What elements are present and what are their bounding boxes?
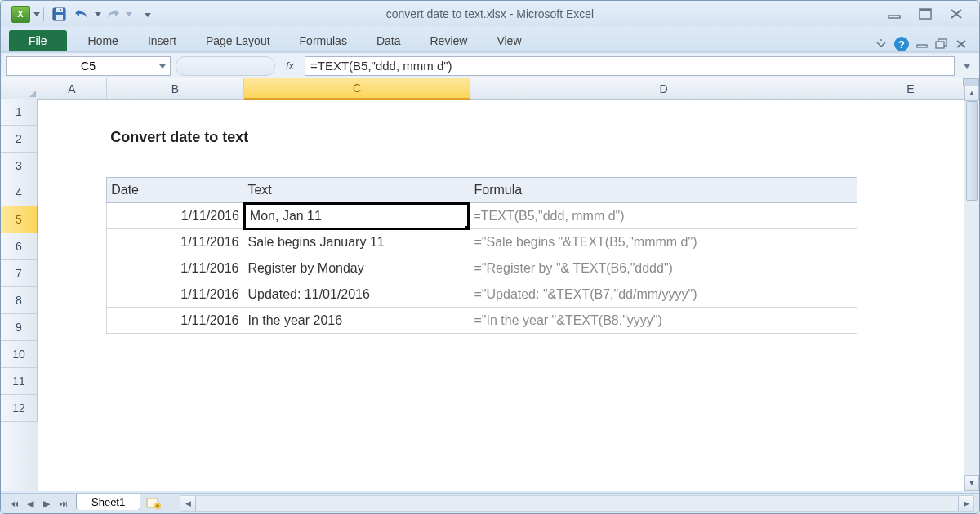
- formulas-tab[interactable]: Formulas: [285, 30, 362, 51]
- cell-D11[interactable]: [470, 360, 858, 386]
- cell-E4[interactable]: [858, 177, 964, 203]
- cell-B1[interactable]: [106, 99, 243, 125]
- cell-C11[interactable]: [243, 360, 470, 386]
- scroll-left-button[interactable]: ◀: [180, 496, 196, 511]
- cell-C8[interactable]: Updated: 11/01/2016: [243, 281, 470, 308]
- new-sheet-icon[interactable]: [145, 497, 163, 510]
- row-header-10[interactable]: 10: [1, 341, 38, 368]
- row-header-12[interactable]: 12: [1, 395, 38, 422]
- row-header-11[interactable]: 11: [1, 368, 38, 395]
- cell-E9[interactable]: [858, 308, 964, 334]
- cell-D6[interactable]: ="Sale begins "&TEXT(B5,"mmmm d"): [470, 229, 858, 255]
- col-header-B[interactable]: B: [107, 78, 244, 99]
- cell-E8[interactable]: [858, 281, 964, 308]
- data-tab[interactable]: Data: [362, 30, 416, 51]
- col-header-C[interactable]: C: [244, 78, 470, 100]
- vertical-scrollbar[interactable]: ▲ ▼: [964, 78, 979, 491]
- cell-B10[interactable]: [106, 334, 243, 360]
- row-header-3[interactable]: 3: [1, 153, 38, 179]
- select-all-corner[interactable]: [1, 78, 38, 100]
- workbook-close-button[interactable]: [955, 38, 968, 51]
- cell-B6[interactable]: 1/11/2016: [106, 229, 243, 255]
- cell-B11[interactable]: [106, 360, 243, 386]
- home-tab[interactable]: Home: [74, 30, 133, 51]
- col-header-D[interactable]: D: [470, 78, 858, 99]
- cell-D7[interactable]: ="Register by "& TEXT(B6,"dddd"): [470, 255, 858, 281]
- vertical-scroll-thumb[interactable]: [966, 101, 978, 201]
- table-header-formula[interactable]: Formula: [470, 177, 858, 203]
- formula-input[interactable]: =TEXT(B5,"ddd, mmm d"): [305, 56, 955, 76]
- cell-D3[interactable]: [470, 151, 858, 177]
- cell-E6[interactable]: [858, 229, 964, 255]
- cell-A10[interactable]: [38, 334, 106, 360]
- workbook-minimize-button[interactable]: [915, 38, 929, 51]
- name-box-dropdown-icon[interactable]: [158, 62, 167, 70]
- save-icon[interactable]: [47, 5, 70, 23]
- workbook-restore-button[interactable]: [935, 38, 948, 51]
- row-header-4[interactable]: 4: [1, 179, 38, 206]
- col-header-A[interactable]: A: [38, 78, 107, 99]
- cell-B9[interactable]: 1/11/2016: [106, 308, 243, 334]
- cell-A8[interactable]: [38, 281, 106, 308]
- cell-A5[interactable]: [38, 203, 106, 229]
- cell-E5[interactable]: [858, 203, 964, 229]
- table-header-text[interactable]: Text: [243, 177, 470, 203]
- row-header-7[interactable]: 7: [1, 260, 38, 287]
- row-header-6[interactable]: 6: [1, 233, 38, 260]
- name-box[interactable]: C5: [6, 56, 171, 76]
- cell-A9[interactable]: [38, 308, 106, 334]
- row-header-1[interactable]: 1: [1, 99, 38, 126]
- scroll-right-button[interactable]: ▶: [958, 496, 973, 511]
- cell-A2[interactable]: [38, 125, 106, 151]
- sheet-nav-first-icon[interactable]: ⏮: [6, 496, 22, 511]
- row-header-9[interactable]: 9: [1, 314, 38, 341]
- cell-B8[interactable]: 1/11/2016: [106, 281, 243, 308]
- sheet-tab-sheet1[interactable]: Sheet1: [76, 494, 140, 510]
- cell-D8[interactable]: ="Updated: "&TEXT(B7,"dd/mm/yyyy"): [470, 281, 858, 308]
- cell-E3[interactable]: [858, 151, 964, 177]
- col-header-E[interactable]: E: [858, 78, 964, 99]
- cell-C10[interactable]: [243, 334, 470, 360]
- cell-C12[interactable]: [243, 386, 470, 412]
- cell-E7[interactable]: [858, 255, 964, 281]
- cell-D9[interactable]: ="In the year "&TEXT(B8,"yyyy"): [470, 308, 858, 334]
- sheet-nav-last-icon[interactable]: ⏭: [55, 496, 71, 511]
- cell-A1[interactable]: [38, 99, 106, 125]
- cell-E2[interactable]: [858, 125, 964, 151]
- cells-area[interactable]: Convert date to text Date Text Formula: [38, 99, 964, 491]
- cell-A12[interactable]: [38, 386, 106, 412]
- redo-icon[interactable]: [101, 5, 124, 23]
- ribbon-minimize-icon[interactable]: [875, 38, 888, 51]
- scroll-up-button[interactable]: ▲: [964, 85, 979, 101]
- help-icon[interactable]: ?: [894, 37, 909, 51]
- cell-A4[interactable]: [38, 177, 106, 203]
- horizontal-scrollbar[interactable]: ◀ ▶: [180, 495, 974, 512]
- cell-C6[interactable]: Sale begins January 11: [243, 229, 470, 255]
- split-handle[interactable]: [963, 78, 979, 86]
- heading-cell[interactable]: Convert date to text: [106, 125, 858, 151]
- cell-A11[interactable]: [38, 360, 106, 386]
- qat-customize-dropdown-icon[interactable]: [145, 11, 151, 17]
- table-header-date[interactable]: Date: [106, 177, 243, 203]
- row-header-8[interactable]: 8: [1, 287, 38, 314]
- close-button[interactable]: [948, 7, 964, 20]
- cell-D12[interactable]: [470, 386, 858, 412]
- row-header-2[interactable]: 2: [1, 126, 38, 153]
- cell-C9[interactable]: In the year 2016: [243, 308, 470, 334]
- cell-D1[interactable]: [470, 99, 858, 125]
- cell-C7[interactable]: Register by Monday: [243, 255, 470, 281]
- minimize-button[interactable]: [886, 7, 902, 20]
- cell-E10[interactable]: [858, 334, 964, 360]
- formula-bar-expand-icon[interactable]: [960, 62, 974, 70]
- cell-A6[interactable]: [38, 229, 106, 255]
- file-tab[interactable]: File: [9, 30, 67, 51]
- cell-A3[interactable]: [38, 151, 106, 177]
- cell-E12[interactable]: [858, 386, 964, 412]
- cell-A7[interactable]: [38, 255, 106, 281]
- excel-logo-icon[interactable]: [9, 5, 32, 23]
- cell-E1[interactable]: [858, 99, 964, 125]
- cell-B5[interactable]: 1/11/2016: [106, 203, 244, 229]
- row-header-5[interactable]: 5: [1, 206, 38, 233]
- cell-D5[interactable]: =TEXT(B5,"ddd, mmm d"): [469, 203, 858, 229]
- insert-tab[interactable]: Insert: [133, 30, 191, 51]
